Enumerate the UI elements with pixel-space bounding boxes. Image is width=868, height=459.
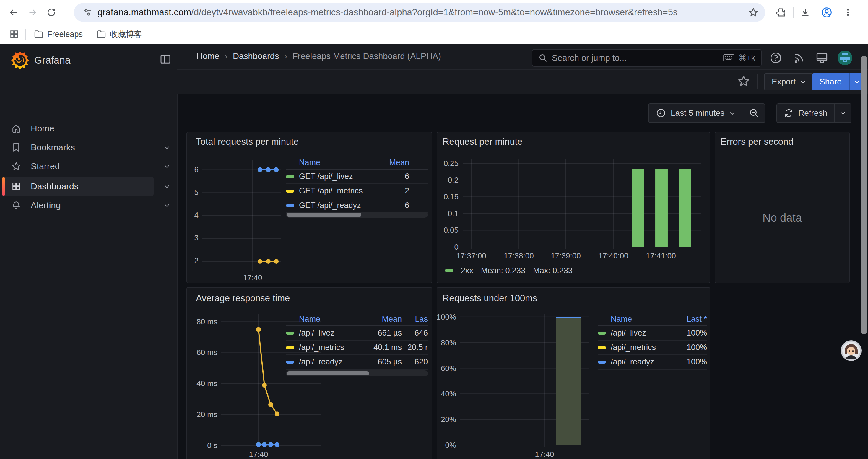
legend-table: Name Mean GET /api/_livez 6 GET /api/_me… bbox=[286, 156, 428, 213]
y-tick: 40% bbox=[421, 389, 456, 398]
downloads-icon[interactable] bbox=[796, 3, 815, 22]
panel-title: Errors per second bbox=[720, 136, 793, 147]
browser-menu-icon[interactable] bbox=[838, 3, 857, 22]
back-icon[interactable] bbox=[4, 3, 23, 22]
breadcrumb: Home › Dashboards › Freeleaps Metrics Da… bbox=[196, 52, 441, 61]
zoom-out-button[interactable] bbox=[743, 108, 765, 119]
bookmark-folder-blogs[interactable]: 收藏博客 bbox=[96, 29, 142, 40]
series-color-dash bbox=[598, 361, 606, 364]
series-name[interactable]: /api/_metrics bbox=[611, 343, 677, 352]
series-mean: Mean: 0.233 bbox=[481, 266, 525, 275]
forward-icon[interactable] bbox=[23, 3, 42, 22]
series-color-dash bbox=[598, 332, 606, 335]
reload-icon[interactable] bbox=[42, 3, 61, 22]
bookmark-folder-freeleaps[interactable]: Freeleaps bbox=[34, 29, 83, 39]
y-tick: 0.2 bbox=[423, 175, 459, 185]
breadcrumb-separator: › bbox=[224, 52, 227, 61]
help-icon[interactable] bbox=[768, 50, 784, 66]
legend-header-mean[interactable]: Mean bbox=[382, 158, 409, 167]
time-range-picker[interactable]: Last 5 minutes bbox=[649, 108, 743, 118]
sidebar-item-label: Dashboards bbox=[31, 182, 79, 191]
page-scrollbar[interactable] bbox=[861, 56, 867, 334]
extensions-icon[interactable] bbox=[772, 3, 790, 22]
series-name[interactable]: /api/_livez bbox=[299, 328, 366, 338]
sidebar-item-alerting[interactable]: Alerting bbox=[2, 196, 154, 215]
legend-row[interactable]: /api/_readyz 100% bbox=[598, 355, 707, 369]
y-tick: 0.1 bbox=[423, 209, 459, 218]
sidebar-toggle-icon[interactable] bbox=[159, 53, 172, 65]
toolbar-divider bbox=[793, 7, 794, 18]
share-label: Share bbox=[819, 77, 842, 87]
legend-row[interactable]: GET /api/_metrics 2 bbox=[286, 184, 428, 198]
legend-header-name[interactable]: Name bbox=[299, 158, 382, 167]
search-icon bbox=[538, 53, 548, 63]
profile-icon[interactable] bbox=[817, 3, 836, 22]
sidebar-item-starred[interactable]: Starred bbox=[2, 157, 154, 176]
legend-item-2xx[interactable]: 2xx Mean: 0.233 Max: 0.233 bbox=[445, 265, 572, 276]
news-rss-icon[interactable] bbox=[790, 50, 807, 66]
panel-errors-per-second[interactable] bbox=[715, 132, 850, 283]
legend-header: Name Last * bbox=[598, 313, 707, 326]
legend-row[interactable]: /api/_readyz 605 µs 620 bbox=[286, 355, 428, 369]
grafana-header: Home › Dashboards › Freeleaps Metrics Da… bbox=[177, 44, 868, 70]
address-bar[interactable]: grafana.mathmast.com/d/deytv4rwavabkb/fr… bbox=[74, 3, 765, 22]
series-name[interactable]: /api/_readyz bbox=[611, 357, 677, 366]
requests-under-100ms-chart bbox=[460, 314, 589, 447]
series-color-dash bbox=[286, 332, 294, 335]
floating-assistant-avatar[interactable] bbox=[840, 340, 862, 361]
legend-table: Name Mean Las /api/_livez 661 µs 646 /ap… bbox=[286, 313, 428, 369]
y-tick: 20 ms bbox=[182, 410, 217, 419]
refresh-button[interactable]: Refresh bbox=[777, 108, 834, 118]
chevron-down-icon bbox=[840, 110, 846, 117]
legend-row[interactable]: /api/_metrics 40.1 ms 20.5 r bbox=[286, 340, 428, 355]
legend-scrollbar-thumb[interactable] bbox=[287, 371, 369, 375]
breadcrumb-home[interactable]: Home bbox=[196, 52, 219, 61]
legend-header-last[interactable]: Last * bbox=[677, 315, 707, 324]
chevron-down-icon[interactable] bbox=[161, 138, 173, 157]
search-placeholder: Search or jump to... bbox=[552, 53, 719, 63]
x-tick: 17:39:00 bbox=[542, 251, 589, 261]
series-name[interactable]: GET /api/_metrics bbox=[299, 186, 382, 196]
legend-row[interactable]: /api/_livez 661 µs 646 bbox=[286, 326, 428, 340]
legend-row[interactable]: GET /api/_readyz 6 bbox=[286, 198, 428, 213]
favorite-star-icon[interactable] bbox=[737, 75, 750, 88]
legend-header-name[interactable]: Name bbox=[299, 315, 366, 324]
sidebar-item-dashboards[interactable]: Dashboards bbox=[2, 177, 154, 196]
clock-icon bbox=[656, 108, 666, 118]
monitor-icon[interactable] bbox=[814, 50, 830, 66]
refresh-interval-button[interactable] bbox=[835, 110, 851, 117]
apps-grid-icon[interactable] bbox=[6, 26, 23, 42]
y-tick: 0 bbox=[423, 242, 459, 252]
legend-header-mean[interactable]: Mean bbox=[366, 315, 402, 324]
series-name[interactable]: /api/_readyz bbox=[299, 357, 366, 366]
breadcrumb-dashboards[interactable]: Dashboards bbox=[233, 52, 279, 61]
series-name[interactable]: 2xx bbox=[461, 266, 473, 275]
grafana-logo[interactable] bbox=[11, 51, 30, 70]
legend-row[interactable]: GET /api/_livez 6 bbox=[286, 169, 428, 184]
series-name[interactable]: GET /api/_readyz bbox=[299, 201, 382, 210]
x-tick: 17:41:00 bbox=[637, 251, 685, 261]
series-name[interactable]: GET /api/_livez bbox=[299, 172, 382, 181]
legend-header-name[interactable]: Name bbox=[611, 315, 677, 324]
series-name[interactable]: /api/_livez bbox=[611, 328, 677, 338]
y-tick: 80 ms bbox=[182, 317, 217, 326]
legend-row[interactable]: /api/_livez 100% bbox=[598, 326, 707, 340]
share-button[interactable]: Share bbox=[812, 73, 849, 90]
search-input[interactable]: Search or jump to... ⌘+k bbox=[532, 49, 762, 67]
sidebar-item-bookmarks[interactable]: Bookmarks bbox=[2, 138, 154, 157]
sidebar-item-label: Home bbox=[31, 124, 54, 133]
y-tick: 4 bbox=[163, 210, 198, 220]
legend-scrollbar-thumb[interactable] bbox=[287, 213, 361, 217]
series-color-dash bbox=[286, 346, 294, 349]
legend-row[interactable]: /api/_metrics 100% bbox=[598, 340, 707, 355]
export-button[interactable]: Export bbox=[764, 73, 814, 90]
sidebar-item-home[interactable]: Home bbox=[2, 119, 154, 138]
bookmark-star-icon[interactable] bbox=[745, 4, 762, 21]
x-tick: 17:40 bbox=[235, 450, 282, 459]
user-avatar[interactable] bbox=[837, 50, 853, 66]
series-name[interactable]: /api/_metrics bbox=[299, 343, 366, 352]
site-info-icon[interactable] bbox=[79, 4, 96, 21]
y-tick: 20% bbox=[421, 415, 456, 424]
brand-name: Grafana bbox=[34, 54, 71, 66]
no-data-message: No data bbox=[715, 211, 850, 224]
